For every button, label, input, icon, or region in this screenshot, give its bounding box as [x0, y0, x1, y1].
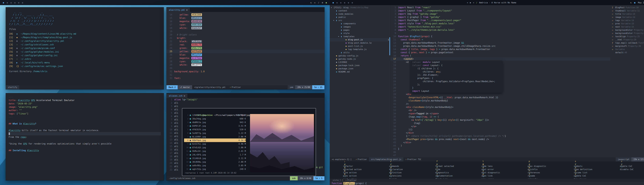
text-line	[9, 145, 161, 149]
explorer-tree-row[interactable]: ▮ style	[330, 32, 390, 35]
startify-file-entry[interactable]: [7] › ~/.zshrc	[9, 57, 160, 61]
outline-symbol-row[interactable]: ▫ prev Variable:15	[611, 22, 644, 25]
tab-aliases-zsh[interactable]: aliases.zsh ⚙	[166, 94, 188, 98]
command-line[interactable]: function BlogPost(props) {	[330, 182, 644, 185]
code-editor[interactable]: 1import React from "react"2import Layout…	[390, 5, 610, 157]
outline-symbol-row[interactable]: default :48	[611, 51, 644, 54]
explorer-tree-row[interactable]: ▮ utils	[330, 51, 390, 54]
startify-file-entry[interactable]: [4] ⚙ ~/.config/picom/picom.conf	[9, 46, 160, 50]
terminal-startify[interactable]: _ __ _ / | / /__ ____ _ __(_)___ ___ / |…	[6, 7, 164, 89]
outline-symbol-row[interactable]: ▫ title Variable:14	[611, 12, 644, 15]
outline-symbol-row[interactable]: ▫ thumbnail Variable:11	[611, 9, 644, 12]
outline-symbol-row[interactable]: ▫ marginLeft Property:36	[611, 44, 644, 48]
chevron-down-icon[interactable]: ▾	[331, 6, 334, 9]
explorer-tree-row[interactable]: ▮ node_modules	[330, 12, 390, 15]
explorer-tree-row[interactable]: ▮ content	[330, 9, 390, 12]
picker-file-row[interactable]: 5 ▦ 4Y6C0JV.jpg 539 K	[184, 128, 246, 131]
workspace-icon[interactable]: ●	[18, 1, 20, 4]
explorer-tree-row[interactable]: ◆ README.md	[330, 70, 390, 73]
startify-file-entry[interactable]: [2] ⚙ ~/.config/alacritty/alacritty.yml	[9, 39, 160, 43]
workspace-icon[interactable]: ●	[340, 1, 342, 4]
picker-file-row[interactable]: 13 ▦ 31iK0iB.jpg 3.11 M	[184, 157, 246, 160]
text-line	[9, 125, 161, 129]
explorer-tree-row[interactable]: ▮ components	[330, 22, 390, 25]
explorer-tree-row[interactable]: ▮ images	[330, 25, 390, 28]
vim-alacritty-yml[interactable]: alacritty.yml ⚙ 14 yellow: #EBCB8B15 blu…	[166, 7, 324, 89]
startify-file-entry[interactable]: [6] ⚙ ~/.config/polybar/config.ini	[9, 54, 160, 57]
explorer-tree-row[interactable]: ◆ blog-post.module.le	[330, 41, 390, 44]
play-icon[interactable]: ▶	[470, 1, 471, 4]
workspace-icon[interactable]: ●	[22, 1, 23, 4]
text-line: 30 className={style.markdownBody}	[390, 99, 610, 102]
outline-symbol-row[interactable]: ▫ next Variable:15	[611, 25, 644, 28]
workspace-icon[interactable]: ●	[332, 1, 334, 4]
settings-icon[interactable]: ⚙	[322, 1, 323, 4]
workspace-icon[interactable]: ●	[10, 1, 12, 4]
picker-file-row[interactable]: 4 ▦ 04PDl3F.jpg 3.51 M	[184, 124, 246, 128]
outline-symbol-row[interactable]: ▫ textAlign Property:25	[611, 35, 644, 38]
picker-file-row[interactable]: 8 ▦ 6QbF0pb.jpg 4.14 M	[184, 139, 246, 142]
picker-file-row[interactable]: 11 ▦ 9hMxcHr.jpg 2.41 M	[184, 149, 246, 153]
markdown-buffer[interactable]: ---title: Alacritty GPU Accelerated Term…	[6, 93, 164, 154]
explorer-tree-row[interactable]: ▮ public	[330, 15, 390, 19]
outline-symbol-row[interactable]: ▫ tags Variable:14	[611, 19, 644, 22]
explorer-tree-row[interactable]: ◆ gatsby-config.js	[330, 54, 390, 57]
outline-symbol-row[interactable]: ▫ image Variable:14	[611, 15, 644, 19]
startify-file-entry[interactable]: [9] {} ~/.config/nvim/coc-settings.json	[9, 64, 160, 68]
zsh-buffer[interactable]: 1alias lg='lazygit' 2ali3ali4ali5ali6ali…	[166, 98, 324, 177]
outline-symbol-row[interactable]: ƒ BlogPost Function:10	[611, 6, 644, 9]
explorer-tree-row[interactable]: ◆ package-lock.json	[330, 64, 390, 67]
terminal-markdown[interactable]: ---title: Alacritty GPU Accelerated Term…	[6, 93, 164, 181]
text-line: ({ children }: {	[412, 67, 501, 70]
picker-file-row[interactable]: 15 ▦ ad6v9Oy.jpg 3.05 M	[184, 164, 246, 167]
tab-alacritty-yml[interactable]: alacritty.yml ⚙	[166, 8, 190, 12]
vim-aliases-zsh[interactable]: aliases.zsh ⚙ 1alias lg='lazygit' 2ali3a…	[166, 93, 324, 181]
yaml-buffer[interactable]: 14 yellow: #EBCB8B15 blue: #81A1C116 mag…	[166, 12, 324, 80]
explorer-tree-row[interactable]: ◆ LICENSE	[330, 61, 390, 64]
explorer-tree-row[interactable]: ◆ gatsby-node.js	[330, 57, 390, 61]
file-picker-popup[interactable]: chris@machine ~/Pics/wallpapers/6QbF0pb.…	[182, 108, 316, 176]
startify-file-entry[interactable]: [1] ◆ ~/Repos/blog/src/templates/blog-po…	[9, 36, 160, 39]
explorer-tree-row[interactable]: ▾ ▮ src	[330, 19, 390, 22]
explorer-tree-row[interactable]: ▾ ▮ templates	[330, 35, 390, 38]
picker-file-row[interactable]: 16 ▦ aghr5Ip.jpg 249 K	[184, 167, 246, 171]
startify-file-entry[interactable]: [0] ◆ ~/Repos/blog/content/Linux/06-alac…	[9, 32, 160, 36]
outline-symbol-row[interactable]: ▫ backgroundColor Property:22	[611, 32, 644, 35]
mail-icon[interactable]: ✉	[314, 1, 316, 4]
picker-file-row[interactable]: 7 ▦ 6LiUVNY.jpg 2.06 M	[184, 135, 246, 139]
symbol-name: thumbnail	[615, 10, 626, 12]
file-explorer-panel[interactable]: ▾ [FILE]: blog /home/chris/Rep ▮ content	[330, 5, 390, 157]
startify-file-entry[interactable]: [3] › ~/.config/zsh/aliases.zsh	[9, 43, 160, 46]
picker-file-row[interactable]: 9 ▦ 6zS17Sj.jpg 4.96 M	[184, 142, 246, 146]
outline-symbol-row[interactable]: ▫ __html Property:29	[611, 38, 644, 41]
picker-file-row[interactable]: 14 ▦ 30iNVBw.jpg 2.00 M	[184, 160, 246, 164]
startify-file-entry[interactable]: [8] ▶ ~/.local/bin/rofi-menu	[9, 61, 160, 64]
startify-file-entry[interactable]: [5] ⚙ ~/.config/polybar/modules.ini	[9, 50, 160, 54]
workspace-icon[interactable]: ●	[3, 1, 4, 4]
explorer-tree-row[interactable]: ◆ post-list.js	[330, 44, 390, 48]
explorer-tree-row[interactable]: ◆ blog-post.js i	[330, 38, 390, 41]
workspace-icon[interactable]: ●	[348, 1, 349, 4]
outline-symbol-row[interactable]: ▫ backgroundColor Property:21	[611, 28, 644, 32]
picker-file-row[interactable]: 12 ▦ 24LrDFQ.jpg 1.7 M	[184, 153, 246, 157]
explorer-scroll-indicator[interactable]	[389, 37, 390, 55]
workspace-icon[interactable]: ●	[7, 1, 8, 4]
workspace-icon[interactable]: ●	[344, 1, 345, 4]
workspace-icon[interactable]: ●	[352, 1, 353, 4]
symbol-outline-panel[interactable]: ƒ BlogPost Function:10 ▫ thumbnail Varia…	[610, 5, 644, 157]
picker-file-row[interactable]: 6 ▦ 5oXQT7g.jpg 1.22 M	[184, 131, 246, 135]
picker-file-row[interactable]: 10 ▦ 07nEzQ3.jpg 1.86 M	[184, 146, 246, 149]
volume-icon[interactable]: ♪	[318, 1, 319, 4]
next-track-icon[interactable]: »	[473, 1, 474, 4]
previous-track-icon[interactable]: «	[467, 1, 468, 4]
outline-symbol-row[interactable]: ▫ Variable	[611, 48, 644, 51]
explorer-tree-row[interactable]: ◆ package.json	[330, 67, 390, 70]
picker-file-row[interactable]: 3 ▦ 4b0RVJa.jpg 943 K	[184, 120, 246, 124]
network-icon[interactable]: ⇅	[630, 1, 632, 4]
workspace-icon[interactable]: ●	[14, 1, 16, 4]
explorer-tree-row[interactable]: ◆ tag-template.js	[330, 48, 390, 51]
network-icon[interactable]: ⇅	[310, 1, 312, 4]
workspace-icon[interactable]: ●	[336, 1, 338, 4]
outline-symbol-row[interactable]: ƒ tags.map() callback Function:35	[611, 41, 644, 44]
explorer-tree-row[interactable]: ▮ pages	[330, 28, 390, 32]
